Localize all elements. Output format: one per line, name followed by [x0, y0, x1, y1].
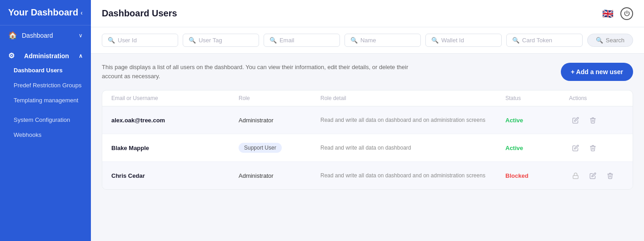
user-status: Active: [505, 145, 569, 151]
wallet-id-input[interactable]: [441, 37, 496, 44]
delete-icon[interactable]: [604, 169, 616, 182]
col-header-role: Role: [239, 95, 320, 101]
search-icon: 🔍: [270, 37, 277, 44]
power-button[interactable]: [620, 7, 633, 20]
name-input[interactable]: [360, 37, 415, 44]
user-actions: [569, 169, 624, 182]
table-header: Email or Username Role Role detail Statu…: [102, 90, 633, 106]
sidebar-item-dashboard[interactable]: 🏠 Dashboard ∨: [0, 25, 91, 45]
topbar: Dashboard Users 🇬🇧: [91, 0, 644, 27]
search-filters: 🔍 🔍 🔍 🔍 🔍 🔍 🔍 Search: [91, 27, 644, 54]
sidebar-item-predef-restriction-groups[interactable]: Predef Restriction Groups: [0, 78, 91, 93]
user-id-field[interactable]: 🔍: [102, 34, 178, 47]
table-row: alex.oak@tree.com Administrator Read and…: [102, 106, 633, 134]
user-tag-field[interactable]: 🔍: [183, 34, 259, 47]
sidebar-header: Your Dashboard ‹: [0, 0, 91, 25]
table-row: Chris Cedar Administrator Read and write…: [102, 162, 633, 189]
user-role: Administrator: [239, 117, 320, 124]
email-input[interactable]: [280, 37, 334, 44]
search-icon: 🔍: [512, 37, 519, 44]
col-header-email: Email or Username: [111, 95, 239, 101]
home-icon: 🏠: [8, 31, 17, 40]
user-role-detail: Read and write all data on dashboard and…: [320, 117, 505, 123]
delete-icon[interactable]: [586, 141, 599, 154]
user-actions: [569, 114, 624, 126]
col-header-status: Status: [505, 95, 569, 101]
chevron-up-icon: ∧: [79, 53, 83, 59]
info-text: This page displays a list of all users o…: [102, 63, 411, 80]
topbar-actions: 🇬🇧: [602, 7, 633, 20]
email-field[interactable]: 🔍: [264, 34, 340, 47]
user-actions: [569, 141, 624, 154]
col-header-actions: Actions: [569, 95, 624, 101]
search-icon: 🔍: [431, 37, 439, 44]
search-icon: 🔍: [189, 37, 196, 44]
users-table: Email or Username Role Role detail Statu…: [102, 90, 633, 190]
sidebar-item-templating-management[interactable]: Templating management: [0, 93, 91, 108]
sidebar-item-dashboard-users[interactable]: Dashboard Users: [0, 63, 91, 78]
col-header-role-detail: Role detail: [320, 95, 505, 101]
sidebar: Your Dashboard ‹ 🏠 Dashboard ∨ ⚙ Adminis…: [0, 0, 91, 241]
content-area: This page displays a list of all users o…: [91, 54, 644, 241]
delete-icon[interactable]: [586, 114, 599, 126]
search-button-label: Search: [606, 37, 624, 44]
user-role: Administrator: [239, 172, 320, 179]
page-title: Dashboard Users: [102, 8, 177, 19]
user-tag-input[interactable]: [199, 37, 253, 44]
sidebar-title: Your Dashboard: [8, 7, 78, 18]
search-icon: 🔍: [596, 37, 603, 44]
user-role-detail: Read and write all data on dashboard: [320, 145, 505, 151]
table-row: Blake Mapple Support User Read and write…: [102, 134, 633, 162]
wallet-id-field[interactable]: 🔍: [425, 34, 502, 47]
info-bar: This page displays a list of all users o…: [102, 63, 633, 81]
user-email: Chris Cedar: [111, 172, 239, 179]
main-content: Dashboard Users 🇬🇧 🔍 🔍 🔍 🔍: [91, 0, 644, 241]
svg-rect-0: [573, 175, 578, 178]
user-id-input[interactable]: [118, 37, 172, 44]
card-token-input[interactable]: [522, 37, 577, 44]
edit-icon[interactable]: [569, 141, 582, 154]
edit-icon[interactable]: [569, 114, 582, 126]
user-role-detail: Read and write all data on dashboard and…: [320, 172, 505, 179]
sidebar-item-administration-label: Administration: [24, 52, 69, 60]
chevron-down-icon: ∨: [79, 32, 83, 39]
card-token-field[interactable]: 🔍: [506, 34, 583, 47]
gear-icon: ⚙: [8, 51, 15, 60]
user-email: alex.oak@tree.com: [111, 117, 239, 124]
sidebar-item-administration[interactable]: ⚙ Administration ∧: [0, 45, 91, 63]
sidebar-item-webhooks[interactable]: Webhooks: [0, 127, 91, 142]
sidebar-item-system-configuration[interactable]: System Configuration: [0, 112, 91, 127]
edit-icon[interactable]: [586, 169, 599, 182]
search-button[interactable]: 🔍 Search: [587, 34, 633, 47]
name-field[interactable]: 🔍: [344, 34, 421, 47]
search-icon: 🔍: [350, 37, 358, 44]
add-user-button[interactable]: + Add a new user: [561, 63, 633, 81]
search-icon: 🔍: [108, 37, 115, 44]
user-role: Support User: [239, 143, 320, 153]
lock-icon[interactable]: [569, 169, 582, 182]
user-status: Active: [505, 117, 569, 124]
sidebar-collapse-icon[interactable]: ‹: [80, 9, 83, 16]
language-flag-icon[interactable]: 🇬🇧: [602, 10, 613, 17]
sidebar-item-dashboard-label: Dashboard: [22, 32, 53, 39]
user-email: Blake Mapple: [111, 145, 239, 151]
user-status: Blocked: [505, 172, 569, 179]
